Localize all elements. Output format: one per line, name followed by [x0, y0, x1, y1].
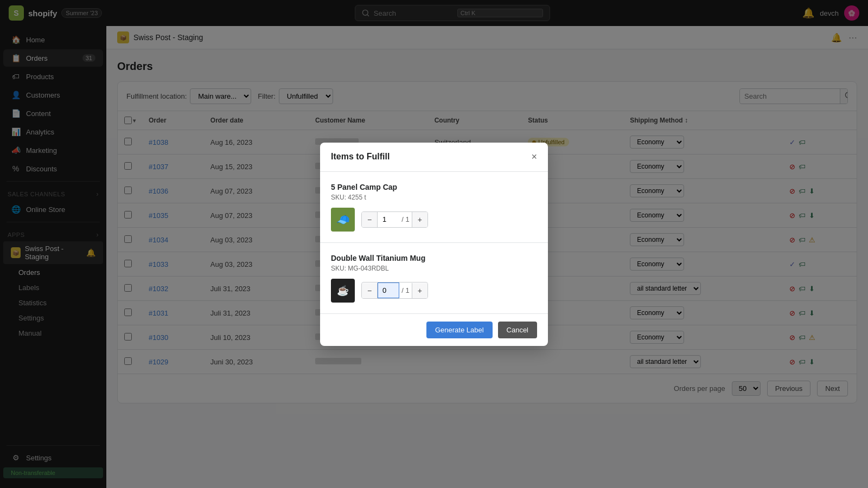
- item1-qty-decrease[interactable]: −: [362, 212, 378, 227]
- modal-footer: Generate Label Cancel: [320, 313, 548, 346]
- cancel-button[interactable]: Cancel: [498, 322, 537, 338]
- item2-image: ☕: [331, 279, 355, 303]
- modal-overlay[interactable]: Items to Fulfill × 5 Panel Camp Cap SKU:…: [0, 0, 868, 488]
- item2-qty-decrease[interactable]: −: [362, 283, 378, 298]
- modal-item-2: Double Wall Titanium Mug SKU: MG-043RDBL…: [320, 243, 548, 313]
- fulfill-modal: Items to Fulfill × 5 Panel Camp Cap SKU:…: [320, 143, 548, 346]
- modal-close-button[interactable]: ×: [531, 151, 537, 163]
- item2-qty-separator: / 1: [399, 286, 411, 294]
- item1-sku-value: 4255 t: [348, 194, 366, 201]
- item1-qty-separator: / 1: [399, 215, 411, 223]
- modal-body: 5 Panel Camp Cap SKU: 4255 t 🧢 − / 1 +: [320, 172, 548, 313]
- item2-qty-control: − / 1 +: [361, 282, 428, 299]
- item1-qty-input[interactable]: [378, 212, 399, 227]
- item1-row: 🧢 − / 1 +: [331, 208, 537, 232]
- modal-item-1: 5 Panel Camp Cap SKU: 4255 t 🧢 − / 1 +: [320, 172, 548, 243]
- modal-title: Items to Fulfill: [331, 152, 390, 162]
- item1-image: 🧢: [331, 208, 355, 232]
- modal-header: Items to Fulfill ×: [320, 143, 548, 172]
- item2-qty-increase[interactable]: +: [412, 283, 427, 298]
- item1-qty-increase[interactable]: +: [412, 212, 427, 227]
- generate-label-button[interactable]: Generate Label: [426, 322, 493, 338]
- item1-sku: SKU: 4255 t: [331, 194, 537, 201]
- item2-sku-value: MG-043RDBL: [348, 265, 388, 272]
- item1-qty-control: − / 1 +: [361, 211, 428, 228]
- item2-qty-input[interactable]: [378, 282, 399, 298]
- item2-name: Double Wall Titanium Mug: [331, 254, 537, 262]
- item2-row: ☕ − / 1 +: [331, 279, 537, 303]
- item2-sku: SKU: MG-043RDBL: [331, 265, 537, 272]
- item1-name: 5 Panel Camp Cap: [331, 183, 537, 191]
